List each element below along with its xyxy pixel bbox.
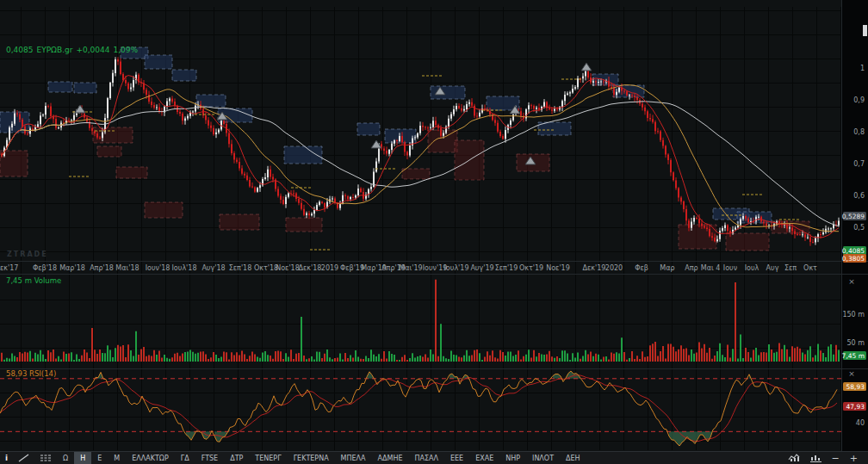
svg-text:47,93: 47,93 xyxy=(846,403,865,411)
volume-pane-close-icon[interactable]: × xyxy=(847,278,856,287)
toolbar-right-group: −+ xyxy=(783,452,868,464)
svg-text:Αυγ'19: Αυγ'19 xyxy=(470,264,493,272)
svg-text:Φεβ'18: Φεβ'18 xyxy=(33,264,57,272)
bottom-toolbar: iΩΗΕΜΕΛΛΑΚΤΩΡΓΔFTSEΔΤΡΤΕΝΕΡΓΓΕΚΤΕΡΝΑΜΠΕΛ… xyxy=(0,451,868,464)
time-axis[interactable]: Δεκ'17Φεβ'18Μαρ'18Απρ'18Μαι'18Ιουν'18Ιου… xyxy=(0,264,817,272)
volume-name: Volume xyxy=(34,276,62,285)
ticker-button-ΓΔ[interactable]: ΓΔ xyxy=(175,452,195,464)
demand-zone[interactable] xyxy=(116,167,147,178)
svg-text:Μαρ: Μαρ xyxy=(660,264,674,272)
svg-text:Αυγ: Αυγ xyxy=(766,264,779,272)
ticker-button-ΔΕΗ[interactable]: ΔΕΗ xyxy=(560,452,586,464)
demand-zone[interactable] xyxy=(145,202,183,218)
period-button-Ε[interactable]: Ε xyxy=(91,452,108,464)
watermark: ZTRADE xyxy=(7,251,48,258)
demand-zone[interactable] xyxy=(726,233,769,251)
svg-text:Μαρ'18: Μαρ'18 xyxy=(59,264,85,272)
svg-text:Ιουλ'18: Ιουλ'18 xyxy=(172,264,197,272)
ticker-button-FTSE[interactable]: FTSE xyxy=(195,452,224,464)
volume-value: 7,45 m xyxy=(6,276,32,285)
svg-text:Απρ: Απρ xyxy=(685,264,698,272)
supply-zone[interactable] xyxy=(172,70,196,81)
svg-text:0,6: 0,6 xyxy=(853,192,865,200)
period-button-Η[interactable]: Η xyxy=(74,452,91,464)
price-change: +0,0044 xyxy=(76,46,109,54)
svg-text:Δεκ'18: Δεκ'18 xyxy=(299,264,322,272)
scrollbar-thumb[interactable] xyxy=(863,25,867,36)
info-button[interactable]: i xyxy=(0,452,13,464)
svg-text:0,5: 0,5 xyxy=(853,224,865,232)
indicator-list-button[interactable] xyxy=(34,452,57,464)
ticker-button-ΕΕΕ[interactable]: ΕΕΕ xyxy=(444,452,469,464)
draw-line-button[interactable] xyxy=(13,452,34,464)
demand-zone[interactable] xyxy=(220,214,259,230)
svg-text:Σεπ: Σεπ xyxy=(784,264,797,272)
supply-zone[interactable] xyxy=(357,123,380,135)
supply-zone[interactable] xyxy=(74,83,96,93)
svg-text:Ιουν'18: Ιουν'18 xyxy=(146,264,170,272)
svg-text:0,3805: 0,3805 xyxy=(842,255,865,263)
svg-text:7,45 m: 7,45 m xyxy=(842,352,865,360)
zoom-in-button[interactable]: + xyxy=(845,452,863,464)
ticker-button-ΕΛΛΑΚΤΩΡ[interactable]: ΕΛΛΑΚΤΩΡ xyxy=(126,452,175,464)
demand-zone[interactable] xyxy=(402,169,430,179)
chart-canvas[interactable]: 10,90,80,70,60,5150 m50 m60400,52890,408… xyxy=(0,0,868,451)
svg-text:Φεβ: Φεβ xyxy=(635,264,648,272)
supply-zone[interactable] xyxy=(48,82,72,92)
svg-text:0,5289: 0,5289 xyxy=(842,213,865,220)
ticker-symbol: ΕΥΡΩΒ.gr xyxy=(37,46,73,54)
ticker-button-ΙΝΛΟΤ[interactable]: ΙΝΛΟΤ xyxy=(526,452,560,464)
svg-text:150 m: 150 m xyxy=(842,311,865,319)
ticker-button-ΕΧΑΕ[interactable]: ΕΧΑΕ xyxy=(469,452,499,464)
chart-style-bars-button[interactable] xyxy=(805,452,827,464)
svg-text:50 m: 50 m xyxy=(846,339,865,347)
volume-legend: 7,45 m Volume xyxy=(6,276,61,285)
svg-text:Νοε'18: Νοε'18 xyxy=(276,264,300,272)
ticker-button-ΑΔΜΗΕ[interactable]: ΑΔΜΗΕ xyxy=(372,452,409,464)
svg-text:Δεκ'19: Δεκ'19 xyxy=(583,264,606,272)
demand-zone[interactable] xyxy=(286,218,322,232)
last-price: 0,4085 xyxy=(6,46,34,54)
svg-text:0,8: 0,8 xyxy=(853,128,865,136)
svg-text:Απρ'18: Απρ'18 xyxy=(90,264,114,272)
demand-zone[interactable] xyxy=(679,225,716,249)
ticker-button-ΤΕΝΕΡΓ[interactable]: ΤΕΝΕΡΓ xyxy=(249,452,287,464)
ticker-button-ΝΗΡ[interactable]: ΝΗΡ xyxy=(499,452,526,464)
zoom-out-button[interactable]: − xyxy=(827,452,845,464)
ticker-button-ΜΠΕΛΑ[interactable]: ΜΠΕΛΑ xyxy=(335,452,372,464)
svg-text:40: 40 xyxy=(856,419,865,427)
svg-text:Νοε'19: Νοε'19 xyxy=(546,264,570,272)
supply-zone[interactable] xyxy=(431,86,465,99)
ticker-button-ΓΕΚΤΕΡΝΑ[interactable]: ΓΕΚΤΕΡΝΑ xyxy=(288,452,335,464)
supply-zone[interactable] xyxy=(538,122,571,135)
demand-zone[interactable] xyxy=(97,146,121,157)
rsi-name: RSI(14) xyxy=(29,369,56,378)
svg-text:Οκτ'18: Οκτ'18 xyxy=(254,264,278,272)
svg-text:0,9: 0,9 xyxy=(853,96,865,104)
svg-text:Οκτ'19: Οκτ'19 xyxy=(519,264,543,272)
svg-text:Σεπ'19: Σεπ'19 xyxy=(495,264,518,272)
ticker-button-ΠΑΣΑΛ[interactable]: ΠΑΣΑΛ xyxy=(408,452,444,464)
rsi-pane-close-icon[interactable]: × xyxy=(847,370,856,379)
period-button-Μ[interactable]: Μ xyxy=(108,452,126,464)
supply-zone[interactable] xyxy=(145,55,172,69)
svg-text:0,4085: 0,4085 xyxy=(842,247,865,255)
svg-text:Σεπ'18: Σεπ'18 xyxy=(229,264,252,272)
rsi-value: 58,93 xyxy=(6,369,27,378)
trading-terminal-window: 10,90,80,70,60,5150 m50 m60400,52890,408… xyxy=(0,0,868,464)
svg-text:Ιουλ: Ιουλ xyxy=(745,264,760,272)
svg-text:Μαι 4: Μαι 4 xyxy=(701,264,721,272)
ticker-button-ΔΤΡ[interactable]: ΔΤΡ xyxy=(224,452,249,464)
svg-text:58,93: 58,93 xyxy=(846,383,865,391)
svg-text:Μαι'18: Μαι'18 xyxy=(115,264,139,272)
period-button-Ω[interactable]: Ω xyxy=(57,452,74,464)
svg-text:Αυγ'18: Αυγ'18 xyxy=(202,264,225,272)
svg-text:Ιουν: Ιουν xyxy=(723,264,738,272)
svg-text:0,7: 0,7 xyxy=(853,160,865,168)
svg-text:Οκτ: Οκτ xyxy=(803,264,817,272)
chart-style-line-button[interactable] xyxy=(783,452,805,464)
svg-text:1: 1 xyxy=(860,65,865,72)
svg-text:2019: 2019 xyxy=(321,264,338,272)
demand-zone[interactable] xyxy=(93,127,133,143)
svg-text:2020: 2020 xyxy=(605,264,623,272)
